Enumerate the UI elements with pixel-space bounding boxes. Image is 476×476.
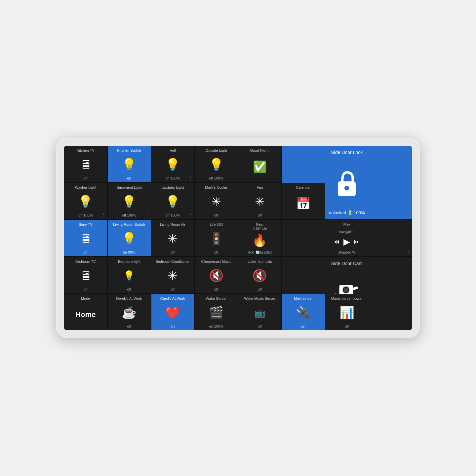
tile-kitchen-switch[interactable]: Kitchen Switch 💡 on [108,146,151,182]
listen-to-music-title: Listen to music [240,259,279,264]
tile-bedroom-tv[interactable]: Bedroom TV 🖥 off [64,257,107,293]
tile-life-360[interactable]: Life 360 🚦 off [195,220,238,256]
tile-sony-tv[interactable]: Sony TV 🖥 on [64,220,107,256]
basement-light-menu[interactable]: ⋮ [145,212,149,217]
svg-point-1 [344,186,349,190]
sony-tv-title: Sony TV [66,222,105,227]
bedroom-light-status: off [110,287,149,291]
nest-icon: 🔥 [252,230,267,251]
tile-chromecast-music[interactable]: Chromecast Music 🔇 off [195,257,238,293]
hall-icon: 💡 [165,153,180,176]
music-server-power-icon: 📊 [339,301,354,324]
tile-upstairs-light[interactable]: Upstairs Light 💡 off 100% ⋮ [151,183,194,219]
chromecast-music-icon: 🔇 [209,264,224,287]
outside-light-status: off 100% [197,176,236,180]
wake-server-title: Wake Server [197,297,236,301]
plex-next-icon[interactable]: ⏭ [354,238,360,245]
outside-light-title: Outside Light [197,148,236,153]
good-night-title: Good Night! [240,148,279,153]
tile-plex[interactable]: Plex navigation ⏮ ▶ ⏭ stopped % ⋮ [282,220,412,256]
wake-music-server-status: off [240,324,279,328]
plex-prev-icon[interactable]: ⏮ [334,238,339,245]
basement-light-icon: 💡 [122,190,137,213]
basement-light-status: off 100% [110,213,149,217]
marks-cooler-title: Mark's Cooler [197,185,236,190]
bedroom-conditioner-title: Bedroom Conditioner [153,259,192,264]
washer-light-icon: 💡 [78,190,93,213]
tile-basement-light[interactable]: Basement Light 💡 off 100% ⋮ [108,183,151,219]
tile-listen-to-music[interactable]: Listen to music 🔇 off [238,257,281,293]
plex-menu[interactable]: ⋮ [406,249,411,254]
outside-light-menu[interactable]: ⋮ [232,175,236,180]
living-room-switch-menu[interactable]: ⋮ [145,249,149,254]
washer-light-title: Washer Light [66,185,105,190]
life-360-status: off [197,250,236,254]
tile-outside-light[interactable]: Outside Light 💡 off 100% ⋮ [195,146,238,182]
calendar-title: Calendar [284,185,323,190]
tile-dereks-at-work[interactable]: Derek's At Work ☕ off [108,294,151,330]
wake-server-menu[interactable]: ⋮ [232,323,236,328]
tile-wake-server[interactable]: Wake Server 🎬 on 100% ⋮ [195,294,238,330]
living-room-air-icon: ✳ [168,227,178,250]
plex-status: stopped % [284,250,410,254]
tile-mode[interactable]: Mode Home [64,294,107,330]
upstairs-light-menu[interactable]: ⋮ [188,212,193,217]
main-server-title: Main server [284,297,323,301]
mode-title: Mode [66,297,105,301]
main-server-icon: 🔌 [296,301,311,324]
dereks-at-work-status: off [110,324,149,328]
washer-light-menu[interactable]: ⋮ [101,212,106,217]
bedroom-conditioner-icon: ✳ [168,264,178,287]
good-night-icon: ✅ [253,153,267,180]
tile-main-server[interactable]: Main server 🔌 on [282,294,325,330]
sony-tv-status: on [66,250,105,254]
wake-music-server-title: Wake Music Server [240,297,279,301]
plex-play-icon[interactable]: ▶ [343,237,350,247]
nest-sub: 🌡69° idle [253,227,267,230]
tile-kitchen-tv[interactable]: Kitchen TV 🖥 off [64,146,107,182]
tile-hall[interactable]: Hall 💡 off 100% ⋮ [151,146,194,182]
bedroom-tv-title: Bedroom TV [66,259,105,264]
bedroom-tv-icon: 🖥 [80,264,92,287]
living-room-switch-icon: 💡 [122,227,137,250]
tile-washer-light[interactable]: Washer Light 💡 off 100% ⋮ [64,183,107,219]
tile-bedroom-light[interactable]: Bedroom light 💡 off [108,257,151,293]
kitchen-switch-title: Kitchen Switch [110,148,149,153]
music-server-power-status: off [328,324,367,328]
bedroom-conditioner-status: off [153,287,192,291]
bedroom-light-icon: 💡 [123,264,135,287]
music-server-power-title: Music server power [328,297,367,301]
plex-sub: navigation [339,230,355,234]
tile-music-server-power[interactable]: Music server power 📊 off [326,294,369,330]
hall-menu[interactable]: ⋮ [188,175,193,180]
tile-marks-cooler[interactable]: Mark's Cooler ✳ off [195,183,238,219]
plex-title: Plex [284,222,410,227]
sony-tv-icon: 🖥 [80,227,92,250]
tile-fan[interactable]: Fan ✳ off [238,183,281,219]
wake-server-status: on 100% [197,324,236,328]
wake-music-server-icon: 📺 [255,301,265,324]
tile-carols-at-work[interactable]: Carol's At Work ❤️ on [151,294,194,330]
tile-nest[interactable]: Nest 🌡69° idle 🔥 ⚙off 🔄disabled [238,220,281,256]
tile-good-night[interactable]: Good Night! ✅ [238,146,281,182]
tile-living-room-air[interactable]: Living Room Air ✳ off [151,220,194,256]
nest-status: ⚙off 🔄disabled [240,251,279,254]
chromecast-music-title: Chromecast Music [197,259,236,264]
kitchen-tv-icon: 🖥 [80,153,92,176]
carols-at-work-icon: ❤️ [165,301,180,324]
side-door-lock-title: Side Door Lock [286,150,408,155]
living-room-switch-title: Living Room Switch [110,222,149,227]
hall-title: Hall [153,148,192,153]
outside-light-icon: 💡 [209,153,224,176]
tile-bedroom-conditioner[interactable]: Bedroom Conditioner ✳ off [151,257,194,293]
wake-server-icon: 🎬 [209,301,224,324]
bedroom-light-title: Bedroom light [110,259,149,264]
tile-living-room-switch[interactable]: Living Room Switch 💡 on 99% ⋮ [108,220,151,256]
living-room-air-title: Living Room Air [153,222,192,227]
marks-cooler-icon: ✳ [211,190,221,213]
upstairs-light-status: off 100% [153,213,192,217]
tile-calendar[interactable]: Calendar 📅 [282,183,325,219]
kitchen-switch-icon: 💡 [122,153,137,176]
washer-light-status: off 100% [66,213,105,217]
tile-wake-music-server[interactable]: Wake Music Server 📺 off [238,294,281,330]
